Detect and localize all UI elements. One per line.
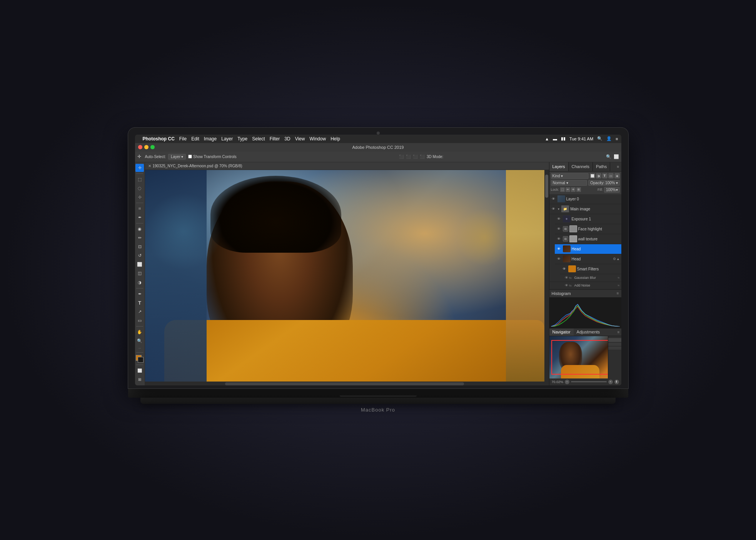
user-icon[interactable]: 👤: [606, 136, 612, 141]
menu-help[interactable]: Help: [330, 136, 340, 142]
filter-shape-icon[interactable]: ▭: [608, 173, 614, 178]
fill-control[interactable]: 100%▾: [604, 187, 620, 193]
transform-checkbox[interactable]: [188, 155, 192, 158]
pen-tool[interactable]: ✒: [135, 290, 144, 298]
vscroll-thumb[interactable]: [545, 175, 548, 198]
blend-mode-select[interactable]: Normal ▾: [551, 180, 587, 186]
visibility-smart-filters[interactable]: 👁: [562, 266, 567, 272]
head2-expand-icon[interactable]: ▲: [617, 257, 620, 261]
menu-3d[interactable]: 3D: [284, 136, 290, 142]
opacity-control[interactable]: Opacity: 100% ▾: [588, 180, 619, 186]
visibility-main-image[interactable]: 👁: [551, 206, 556, 212]
spot-heal-tool[interactable]: ◉: [135, 225, 144, 233]
menu-type[interactable]: Type: [237, 136, 247, 142]
shape-tool[interactable]: ▭: [135, 317, 144, 325]
tab-layers[interactable]: Layers: [549, 162, 569, 171]
align-right-icon[interactable]: ⬛: [413, 155, 417, 159]
filter-pixel-icon[interactable]: ⬜: [590, 173, 595, 178]
layer-item-exposure1[interactable]: 👁 ◈ Exposure 1: [555, 214, 621, 224]
lock-artboard-icon[interactable]: ⊞: [576, 187, 581, 192]
visibility-head2[interactable]: 👁: [556, 256, 562, 262]
filter-add-noise[interactable]: 👁 fx Add Noise ≈: [549, 282, 621, 289]
kind-selector[interactable]: Kind ▾: [551, 173, 589, 179]
filter-gaussian-blur[interactable]: 👁 fx Gaussian Blur ≈: [549, 274, 621, 282]
layer-item-layer0[interactable]: 👁 Layer 0: [549, 194, 621, 204]
noise-settings-icon[interactable]: ≈: [618, 283, 620, 287]
minimize-button[interactable]: [144, 145, 149, 149]
panel-menu-icon[interactable]: ≡: [615, 162, 621, 171]
layer-item-smart-filters[interactable]: 👁 Smart Filters: [560, 264, 621, 274]
dodge-tool[interactable]: ◑: [135, 278, 144, 286]
layer-item-head2[interactable]: 👁 Head ⚙ ▲: [555, 254, 621, 264]
auto-select-dropdown[interactable]: Layer ▾: [168, 154, 186, 160]
zoom-out-button[interactable]: −: [565, 380, 569, 384]
align-top-icon[interactable]: ⬛: [420, 155, 424, 159]
type-tool[interactable]: T: [135, 299, 144, 307]
zoom-max-button[interactable]: ⬆: [614, 380, 619, 384]
screen-mode-icon[interactable]: ⊞: [135, 375, 144, 383]
search-toolbar-icon[interactable]: 🔍: [606, 154, 611, 159]
tab-channels[interactable]: Channels: [569, 162, 593, 171]
magic-wand-tool[interactable]: ⊹: [135, 193, 144, 201]
gradient-tool[interactable]: ◫: [135, 269, 144, 277]
mask-mode-icon[interactable]: ⬜: [135, 367, 144, 375]
menu-filter[interactable]: Filter: [270, 136, 280, 142]
nav-viewport-box[interactable]: [551, 340, 610, 375]
selection-tool[interactable]: ⬚: [135, 175, 144, 183]
canvas-content[interactable]: [145, 170, 544, 382]
maximize-button[interactable]: [150, 145, 155, 149]
gaussian-settings-icon[interactable]: ≈: [618, 276, 620, 280]
hscroll-thumb[interactable]: [225, 382, 464, 385]
zoom-slider[interactable]: [571, 381, 606, 382]
eraser-tool[interactable]: ⬜: [135, 260, 144, 268]
visibility-wall-texture[interactable]: 👁: [556, 236, 562, 242]
menu-view[interactable]: View: [295, 136, 305, 142]
close-button[interactable]: [138, 145, 142, 149]
move-tool-icon[interactable]: ✛: [137, 154, 141, 159]
clone-stamp-tool[interactable]: ⊡: [135, 243, 144, 251]
zoom-tool[interactable]: 🔍: [135, 337, 144, 345]
filter-adjust-icon[interactable]: ◑: [596, 173, 601, 178]
zoom-in-button[interactable]: +: [608, 380, 613, 384]
layer-item-wall-texture[interactable]: 👁 ⛓ wall texture: [555, 234, 621, 244]
search-icon[interactable]: 🔍: [597, 136, 602, 141]
crop-tool[interactable]: ⌗: [135, 205, 144, 213]
move-tool[interactable]: ✛: [135, 164, 144, 172]
history-brush-tool[interactable]: ↺: [135, 252, 144, 260]
menu-select[interactable]: Select: [252, 136, 265, 142]
visibility-face-highlight[interactable]: 👁: [556, 226, 562, 232]
path-select-tool[interactable]: ↗: [135, 308, 144, 316]
menu-window[interactable]: Window: [309, 136, 326, 142]
canvas-close-icon[interactable]: ✕: [148, 164, 151, 168]
visibility-exposure1[interactable]: 👁: [556, 216, 562, 222]
menu-layer[interactable]: Layer: [221, 136, 233, 142]
more-tools-icon[interactable]: ···: [135, 346, 145, 351]
menu-icon[interactable]: ≡: [616, 137, 618, 141]
histogram-menu-icon[interactable]: ≡: [617, 291, 619, 295]
lock-position-icon[interactable]: ✛: [571, 187, 576, 192]
lasso-tool[interactable]: ◌: [135, 184, 144, 192]
layer-item-head1[interactable]: 👁 Head: [555, 244, 621, 254]
visibility-layer0[interactable]: 👁: [551, 196, 556, 202]
filter-type-icon[interactable]: T: [602, 173, 607, 178]
menu-file[interactable]: File: [179, 136, 187, 142]
foreground-color[interactable]: [136, 355, 144, 362]
lock-brush-icon[interactable]: ✏: [566, 187, 570, 192]
hand-tool[interactable]: ✋: [135, 328, 144, 336]
navigator-menu-icon[interactable]: ≡: [616, 328, 621, 336]
tab-navigator[interactable]: Navigator: [549, 328, 574, 336]
visibility-head1[interactable]: 👁: [556, 246, 562, 252]
filter-smart-icon[interactable]: ◈: [614, 173, 620, 178]
group-arrow-main[interactable]: ▼: [557, 208, 560, 210]
align-left-icon[interactable]: ⬛: [399, 155, 404, 159]
menu-image[interactable]: Image: [204, 136, 217, 142]
layer-item-face-highlight[interactable]: 👁 ⛓ Face highlight: [555, 224, 621, 234]
app-name[interactable]: Photoshop CC: [143, 136, 175, 142]
menu-edit[interactable]: Edit: [191, 136, 199, 142]
eyedropper-tool[interactable]: ✒: [135, 213, 144, 222]
align-center-icon[interactable]: ⬛: [406, 155, 411, 159]
lock-transparency-icon[interactable]: ⬚: [560, 187, 565, 192]
brush-tool[interactable]: ✏: [135, 234, 144, 242]
panel-toggle-icon[interactable]: ⬜: [614, 154, 619, 159]
layer-item-main-image[interactable]: 👁 ▼ 📁 Main image: [549, 204, 621, 214]
